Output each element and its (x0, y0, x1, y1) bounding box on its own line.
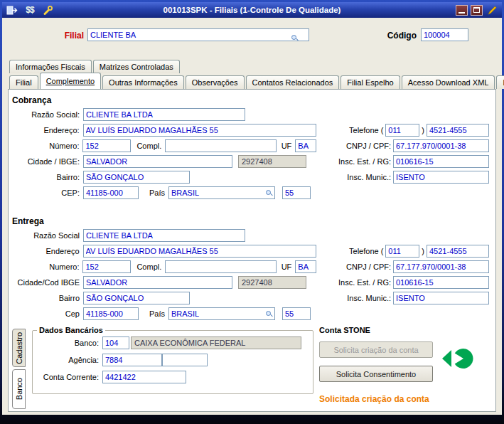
tab-observacoes[interactable]: Observações (186, 75, 245, 89)
pais-label: País (139, 309, 168, 318)
field-row: Endereço: Telefone ( ) (12, 122, 492, 138)
pais-label: País (139, 189, 168, 197)
vtab-cadastro[interactable]: Cadastro (12, 329, 26, 367)
banco-label: Banco: (37, 339, 102, 347)
compl-label: Compl. (131, 142, 165, 150)
wrench-icon[interactable] (41, 4, 54, 16)
uf-input[interactable] (295, 139, 316, 152)
field-row: Endereço Telefone ( ) (12, 243, 492, 259)
filial-input[interactable] (87, 28, 309, 41)
app-window: 001013SPK - Filiais (1-Controle De Quali… (0, 0, 504, 424)
razao-social-input[interactable] (83, 229, 245, 242)
insc-est-input[interactable] (393, 155, 489, 168)
compl-label: Compl. (131, 263, 165, 271)
edit-pencil-icon[interactable] (486, 4, 498, 16)
lookup-icon[interactable] (291, 34, 298, 41)
pais-input[interactable] (168, 307, 275, 320)
ddi-input[interactable] (282, 186, 311, 199)
telefone-ddd-input[interactable] (385, 124, 419, 137)
uf-input[interactable] (295, 260, 316, 273)
tab-filial[interactable]: Filial (9, 75, 38, 89)
telefone-ddd-input[interactable] (385, 245, 419, 258)
tab-matrizes-controladas[interactable]: Matrizes Controladas (93, 60, 180, 73)
tab-outras-informacoes[interactable]: Outras Informações (102, 75, 184, 89)
tab-filial-espelho[interactable]: Filial Espelho (341, 75, 400, 89)
tab-contatos-relacionados[interactable]: Contatos Relacionados (246, 75, 340, 89)
endereco-input[interactable] (83, 124, 317, 137)
paren-close: ) (422, 247, 424, 255)
insc-mun-input[interactable] (393, 171, 489, 184)
ddi-input[interactable] (282, 307, 311, 320)
tab-complemento[interactable]: Complemento (40, 73, 101, 89)
section-title: Entrega (12, 215, 492, 228)
field-row: Número: Compl. UF CNPJ / CPF: (12, 138, 492, 154)
endereco-input[interactable] (83, 245, 317, 258)
codigo-input[interactable] (421, 28, 468, 41)
banco-codigo-input[interactable] (102, 336, 129, 349)
bairro-input[interactable] (83, 292, 190, 304)
exit-icon[interactable] (6, 4, 18, 16)
telefone-input[interactable] (427, 124, 489, 137)
insc-est-label: Insc. Est. / RG: (338, 157, 391, 166)
lookup-icon[interactable] (266, 310, 272, 317)
bairro-input[interactable] (83, 171, 190, 184)
uf-label: UF (277, 263, 295, 271)
titlebar: 001013SPK - Filiais (1-Controle De Quali… (2, 2, 502, 18)
field-row: Bairro: Insc. Munic.: (12, 169, 492, 185)
cnpj-label: CNPJ / CPF: (346, 263, 391, 271)
cep-input[interactable] (83, 307, 139, 320)
tabbar-secondary: Informações Fiscais Matrizes Controladas (9, 58, 180, 73)
tab-acesso-download-xml[interactable]: Acesso Download XML (402, 75, 495, 89)
numero-label: Numero: (12, 263, 82, 271)
insc-est-label: Insc. Est. / RG: (338, 278, 391, 287)
conta-stone-group: Conta STONE Solicita criação da conta So… (319, 326, 492, 413)
cep-label: CEP: (12, 189, 83, 197)
cidade-input[interactable] (83, 276, 232, 289)
conta-corrente-input[interactable] (102, 371, 186, 383)
lookup-icon[interactable] (266, 189, 272, 196)
tab-log[interactable]: Log (496, 75, 504, 89)
telefone-group: Telefone ( ) (316, 245, 492, 258)
razao-social-label: Razão Social: (12, 110, 83, 119)
minimize-icon[interactable] (456, 5, 468, 16)
insc-mun-label: Insc. Munic.: (347, 173, 391, 181)
cidade-input[interactable] (83, 155, 232, 168)
bairro-label: Bairro (12, 294, 83, 302)
telefone-group: Telefone ( ) (316, 124, 492, 137)
cnpj-group: CNPJ / CPF: (316, 139, 492, 152)
solicita-consentimento-button[interactable]: Solicita Consentimento (319, 366, 433, 382)
stone-logo-icon (441, 344, 474, 374)
stone-status-text: Solicitada criação da conta (319, 394, 429, 404)
codigo-label: Código (354, 31, 417, 41)
telefone-input[interactable] (427, 245, 489, 258)
tab-content-complemento: Cobrança Razão Social: Endereço: Telefon… (8, 89, 496, 412)
section-entrega: Entrega Razão Social Endereço Telefone (… (12, 215, 492, 322)
vtab-banco[interactable]: Banco (12, 369, 26, 409)
numero-input[interactable] (82, 139, 131, 152)
solicita-criacao-button[interactable]: Solicita criação da conta (319, 341, 433, 358)
section-cobranca: Cobrança Razão Social: Endereço: Telefon… (12, 94, 492, 201)
compl-input[interactable] (165, 139, 277, 152)
insc-est-input[interactable] (393, 276, 489, 289)
razao-social-input[interactable] (83, 108, 245, 121)
cnpj-input[interactable] (393, 260, 489, 273)
dados-bancarios-title: Dados Bancários (37, 326, 105, 334)
compl-input[interactable] (165, 260, 277, 273)
field-row: Cidade/Cod IBGE 2927408 Insc. Est. / RG: (12, 275, 492, 290)
agencia-digito-input[interactable] (162, 354, 208, 366)
cnpj-input[interactable] (393, 139, 489, 152)
insc-mun-label: Insc. Munic.: (347, 294, 391, 302)
agencia-input[interactable] (102, 354, 162, 366)
tab-informacoes-fiscais[interactable]: Informações Fiscais (9, 60, 92, 73)
money-icon[interactable]: $$ (23, 4, 36, 16)
insc-mun-input[interactable] (393, 292, 489, 304)
numero-input[interactable] (82, 260, 131, 273)
maximize-icon[interactable] (471, 5, 483, 16)
banco-nome-readonly: CAIXA ECONÔMICA FEDERAL (131, 336, 301, 349)
cep-input[interactable] (83, 186, 139, 199)
window-body: Filial Código Informações Fiscais Matriz… (2, 18, 502, 415)
vertical-tabbar: Cadastro Banco (12, 329, 26, 411)
pais-input[interactable] (168, 186, 275, 199)
field-row: Agência: (37, 351, 309, 369)
endereco-label: Endereço (12, 247, 83, 255)
